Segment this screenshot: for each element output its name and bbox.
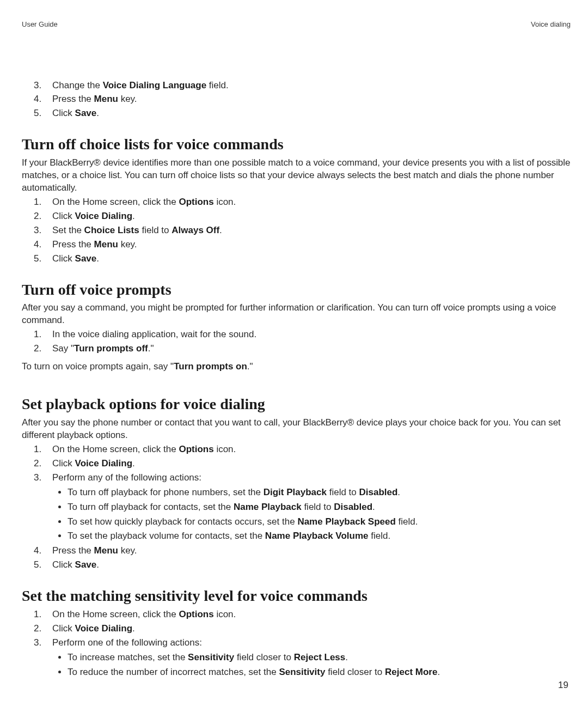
text: . <box>437 667 440 677</box>
page-header: User Guide Voice dialing <box>22 20 571 29</box>
bold-text: Menu <box>94 94 118 104</box>
bold-text: Reject Less <box>294 652 346 662</box>
text: Perform one of the following actions: <box>52 637 202 648</box>
bold-text: Reject More <box>385 667 437 677</box>
sub-item: To reduce the number of incorrect matche… <box>68 666 571 679</box>
bold-text: Voice Dialing <box>75 458 133 468</box>
step-item: Set the Choice Lists field to Always Off… <box>22 224 571 237</box>
text: . <box>397 487 400 497</box>
bold-text: Disabled <box>334 502 372 512</box>
bold-text: Always Off <box>171 225 219 235</box>
text: field to <box>139 225 172 235</box>
step-item: On the Home screen, click the Options ic… <box>22 196 571 209</box>
bold-text: Name Playback Speed <box>297 516 395 527</box>
steps-sensitivity: On the Home screen, click the Options ic… <box>22 608 571 679</box>
bold-text: Voice Dialing <box>75 623 133 634</box>
text: Perform any of the following actions: <box>52 472 201 483</box>
step-item: Press the Menu key. <box>22 93 571 106</box>
text: On the Home screen, click the <box>52 197 179 207</box>
text: . <box>132 211 135 221</box>
step-item: On the Home screen, click the Options ic… <box>22 443 571 456</box>
step-item: Perform one of the following actions:To … <box>22 637 571 679</box>
section-title-voice-prompts: Turn off voice prompts <box>22 279 571 300</box>
section-title-choice-lists: Turn off choice lists for voice commands <box>22 134 571 155</box>
bold-text: Save <box>75 253 97 264</box>
sub-item: To turn off playback for contacts, set t… <box>68 501 571 514</box>
sub-item: To set how quickly playback for contacts… <box>68 516 571 528</box>
bold-text: Menu <box>94 239 118 249</box>
text: . <box>372 502 375 512</box>
text: Click <box>52 559 75 570</box>
text: icon. <box>214 444 236 454</box>
after-post: ." <box>247 361 253 372</box>
text: . <box>132 458 135 468</box>
bold-text: Disabled <box>359 487 398 497</box>
text: In the voice dialing application, wait f… <box>52 329 256 339</box>
after-bold: Turn prompts on <box>174 361 247 372</box>
text: To turn off playback for phone numbers, … <box>68 487 264 497</box>
header-left: User Guide <box>22 20 58 29</box>
step-item: Perform any of the following actions:To … <box>22 472 571 543</box>
section-title-sensitivity: Set the matching sensitivity level for v… <box>22 586 571 606</box>
text: To set the playback volume for contacts,… <box>68 531 265 541</box>
step-item: Press the Menu key. <box>22 545 571 557</box>
text: . <box>96 253 99 264</box>
step-item: Change the Voice Dialing Language field. <box>22 80 571 92</box>
text: Say " <box>52 343 74 354</box>
text: icon. <box>214 197 236 207</box>
text: icon. <box>214 609 236 619</box>
step-item: Say "Turn prompts off." <box>22 343 571 355</box>
text: field closer to <box>234 652 294 662</box>
bold-text: Name Playback <box>234 502 302 512</box>
bold-text: Sensitivity <box>279 667 325 677</box>
step-item: Click Voice Dialing. <box>22 458 571 470</box>
text: field. <box>368 531 390 541</box>
bold-text: Save <box>75 559 97 570</box>
step-item: Click Save. <box>22 107 571 120</box>
sub-item: To set the playback volume for contacts,… <box>68 530 571 543</box>
after-voice-prompts: To turn on voice prompts again, say "Tur… <box>22 361 571 373</box>
text: . <box>96 108 99 118</box>
text: field to <box>327 487 359 497</box>
bold-text: Voice Dialing <box>75 211 133 221</box>
intro-playback: After you say the phone number or contac… <box>22 417 571 442</box>
text: Click <box>52 623 75 634</box>
text: . <box>96 559 99 570</box>
intro-choice-lists: If your BlackBerry® device identifies mo… <box>22 157 571 194</box>
step-item: Click Voice Dialing. <box>22 210 571 223</box>
bold-text: Menu <box>94 545 118 556</box>
text: key. <box>118 545 137 556</box>
text: To reduce the number of incorrect matche… <box>68 667 279 677</box>
text: field. <box>206 80 229 90</box>
text: Click <box>52 108 75 118</box>
step-item: Click Voice Dialing. <box>22 623 571 635</box>
step-item: On the Home screen, click the Options ic… <box>22 608 571 621</box>
text: Click <box>52 253 75 264</box>
header-right: Voice dialing <box>531 20 571 29</box>
continued-steps: Change the Voice Dialing Language field.… <box>22 80 571 120</box>
step-item: In the voice dialing application, wait f… <box>22 328 571 341</box>
bold-text: Options <box>179 197 213 207</box>
text: To increase matches, set the <box>68 652 188 662</box>
text: key. <box>118 239 137 249</box>
sub-item: To turn off playback for phone numbers, … <box>68 486 571 499</box>
bold-text: Digit Playback <box>264 487 327 497</box>
bold-text: Voice Dialing Language <box>103 80 207 90</box>
text: Press the <box>52 239 94 249</box>
steps-playback: On the Home screen, click the Options ic… <box>22 443 571 571</box>
text: field closer to <box>325 667 385 677</box>
text: ." <box>148 343 154 354</box>
text: Press the <box>52 545 94 556</box>
bold-text: Save <box>75 108 97 118</box>
page: User Guide Voice dialing Change the Voic… <box>0 0 588 706</box>
text: Set the <box>52 225 84 235</box>
bold-text: Options <box>179 444 213 454</box>
step-item: Click Save. <box>22 253 571 265</box>
text: Press the <box>52 94 94 104</box>
steps-choice-lists: On the Home screen, click the Options ic… <box>22 196 571 265</box>
sub-list: To turn off playback for phone numbers, … <box>52 486 571 543</box>
bold-text: Turn prompts off <box>74 343 148 354</box>
text: key. <box>118 94 137 104</box>
text: field to <box>302 502 334 512</box>
bold-text: Sensitivity <box>188 652 234 662</box>
